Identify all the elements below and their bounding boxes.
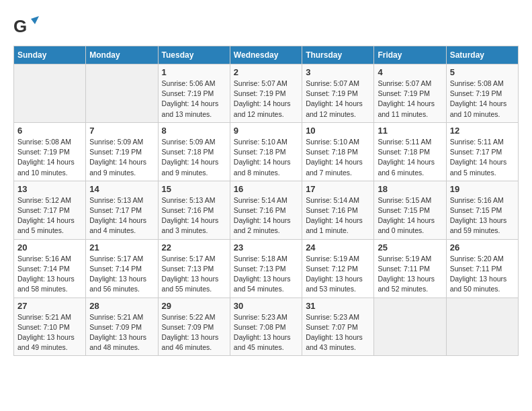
- day-cell: 20Sunrise: 5:16 AMSunset: 7:14 PMDayligh…: [14, 239, 86, 298]
- day-cell: [14, 64, 86, 123]
- day-info: Sunrise: 5:07 AMSunset: 7:19 PMDaylight:…: [306, 79, 370, 120]
- day-number: 9: [234, 126, 298, 136]
- day-info: Sunrise: 5:22 AMSunset: 7:09 PMDaylight:…: [162, 312, 226, 353]
- day-number: 17: [306, 184, 370, 194]
- day-number: 26: [450, 242, 515, 253]
- day-number: 19: [450, 184, 515, 194]
- day-number: 23: [234, 242, 298, 253]
- svg-text:G: G: [13, 16, 27, 36]
- day-info: Sunrise: 5:14 AMSunset: 7:16 PMDaylight:…: [234, 195, 298, 236]
- day-cell: [374, 298, 446, 356]
- day-info: Sunrise: 5:16 AMSunset: 7:15 PMDaylight:…: [450, 195, 515, 236]
- day-info: Sunrise: 5:06 AMSunset: 7:19 PMDaylight:…: [162, 79, 226, 120]
- calendar-header-row: SundayMondayTuesdayWednesdayThursdayFrid…: [14, 46, 519, 64]
- day-number: 2: [234, 67, 298, 77]
- day-number: 4: [378, 67, 442, 77]
- day-info: Sunrise: 5:07 AMSunset: 7:19 PMDaylight:…: [378, 79, 442, 120]
- day-number: 14: [89, 184, 154, 194]
- header-cell-wednesday: Wednesday: [230, 46, 302, 64]
- calendar-body: 1Sunrise: 5:06 AMSunset: 7:19 PMDaylight…: [14, 64, 519, 356]
- header-cell-thursday: Thursday: [302, 46, 374, 64]
- day-number: 27: [17, 301, 82, 311]
- calendar-table: SundayMondayTuesdayWednesdayThursdayFrid…: [13, 46, 519, 356]
- day-cell: 30Sunrise: 5:23 AMSunset: 7:08 PMDayligh…: [230, 298, 302, 356]
- day-cell: [86, 64, 158, 123]
- day-cell: 1Sunrise: 5:06 AMSunset: 7:19 PMDaylight…: [158, 64, 230, 123]
- week-row-4: 20Sunrise: 5:16 AMSunset: 7:14 PMDayligh…: [14, 239, 519, 298]
- svg-marker-1: [31, 16, 39, 24]
- day-info: Sunrise: 5:16 AMSunset: 7:14 PMDaylight:…: [17, 254, 82, 295]
- day-info: Sunrise: 5:13 AMSunset: 7:17 PMDaylight:…: [89, 195, 154, 236]
- day-number: 1: [162, 67, 226, 77]
- day-cell: 9Sunrise: 5:10 AMSunset: 7:18 PMDaylight…: [230, 122, 302, 181]
- day-cell: 14Sunrise: 5:13 AMSunset: 7:17 PMDayligh…: [86, 181, 158, 239]
- day-cell: 24Sunrise: 5:19 AMSunset: 7:12 PMDayligh…: [302, 239, 374, 298]
- header-cell-saturday: Saturday: [446, 46, 518, 64]
- day-cell: 4Sunrise: 5:07 AMSunset: 7:19 PMDaylight…: [374, 64, 446, 123]
- day-number: 24: [306, 242, 370, 253]
- day-info: Sunrise: 5:12 AMSunset: 7:17 PMDaylight:…: [17, 195, 82, 236]
- header-cell-friday: Friday: [374, 46, 446, 64]
- day-number: 13: [17, 184, 82, 194]
- day-info: Sunrise: 5:09 AMSunset: 7:18 PMDaylight:…: [162, 137, 226, 178]
- day-cell: 22Sunrise: 5:17 AMSunset: 7:13 PMDayligh…: [158, 239, 230, 298]
- week-row-5: 27Sunrise: 5:21 AMSunset: 7:10 PMDayligh…: [14, 298, 519, 356]
- day-info: Sunrise: 5:08 AMSunset: 7:19 PMDaylight:…: [17, 137, 82, 178]
- day-cell: 15Sunrise: 5:13 AMSunset: 7:16 PMDayligh…: [158, 181, 230, 239]
- day-number: 25: [378, 242, 442, 253]
- day-number: 8: [162, 126, 226, 136]
- day-info: Sunrise: 5:08 AMSunset: 7:19 PMDaylight:…: [450, 79, 515, 120]
- day-number: 12: [450, 126, 515, 136]
- day-info: Sunrise: 5:14 AMSunset: 7:16 PMDaylight:…: [306, 195, 370, 236]
- day-cell: 28Sunrise: 5:21 AMSunset: 7:09 PMDayligh…: [86, 298, 158, 356]
- day-cell: 26Sunrise: 5:20 AMSunset: 7:11 PMDayligh…: [446, 239, 518, 298]
- day-number: 28: [89, 301, 154, 311]
- day-cell: 10Sunrise: 5:10 AMSunset: 7:18 PMDayligh…: [302, 122, 374, 181]
- logo-icon: G: [13, 13, 39, 39]
- header-cell-tuesday: Tuesday: [158, 46, 230, 64]
- day-info: Sunrise: 5:18 AMSunset: 7:13 PMDaylight:…: [234, 254, 298, 295]
- day-info: Sunrise: 5:15 AMSunset: 7:15 PMDaylight:…: [378, 195, 442, 236]
- day-number: 3: [306, 67, 370, 77]
- day-cell: 13Sunrise: 5:12 AMSunset: 7:17 PMDayligh…: [14, 181, 86, 239]
- day-info: Sunrise: 5:19 AMSunset: 7:11 PMDaylight:…: [378, 254, 442, 295]
- day-info: Sunrise: 5:20 AMSunset: 7:11 PMDaylight:…: [450, 254, 515, 295]
- day-number: 18: [378, 184, 442, 194]
- week-row-3: 13Sunrise: 5:12 AMSunset: 7:17 PMDayligh…: [14, 181, 519, 239]
- day-number: 10: [306, 126, 370, 136]
- day-info: Sunrise: 5:09 AMSunset: 7:19 PMDaylight:…: [89, 137, 154, 178]
- day-number: 31: [306, 301, 370, 311]
- day-number: 16: [234, 184, 298, 194]
- day-number: 11: [378, 126, 442, 136]
- day-cell: 16Sunrise: 5:14 AMSunset: 7:16 PMDayligh…: [230, 181, 302, 239]
- day-number: 6: [17, 126, 82, 136]
- day-cell: 23Sunrise: 5:18 AMSunset: 7:13 PMDayligh…: [230, 239, 302, 298]
- day-info: Sunrise: 5:17 AMSunset: 7:13 PMDaylight:…: [162, 254, 226, 295]
- logo: G: [13, 13, 42, 39]
- day-cell: 29Sunrise: 5:22 AMSunset: 7:09 PMDayligh…: [158, 298, 230, 356]
- day-cell: 31Sunrise: 5:23 AMSunset: 7:07 PMDayligh…: [302, 298, 374, 356]
- day-info: Sunrise: 5:10 AMSunset: 7:18 PMDaylight:…: [234, 137, 298, 178]
- day-number: 15: [162, 184, 226, 194]
- day-info: Sunrise: 5:07 AMSunset: 7:19 PMDaylight:…: [234, 79, 298, 120]
- day-cell: 25Sunrise: 5:19 AMSunset: 7:11 PMDayligh…: [374, 239, 446, 298]
- header-cell-sunday: Sunday: [14, 46, 86, 64]
- day-info: Sunrise: 5:11 AMSunset: 7:18 PMDaylight:…: [378, 137, 442, 178]
- day-number: 5: [450, 67, 515, 77]
- day-number: 20: [17, 242, 82, 253]
- header-cell-monday: Monday: [86, 46, 158, 64]
- day-cell: 12Sunrise: 5:11 AMSunset: 7:17 PMDayligh…: [446, 122, 518, 181]
- calendar-header: SundayMondayTuesdayWednesdayThursdayFrid…: [14, 46, 519, 64]
- day-number: 30: [234, 301, 298, 311]
- day-number: 7: [89, 126, 154, 136]
- day-info: Sunrise: 5:17 AMSunset: 7:14 PMDaylight:…: [89, 254, 154, 295]
- day-cell: 6Sunrise: 5:08 AMSunset: 7:19 PMDaylight…: [14, 122, 86, 181]
- day-info: Sunrise: 5:11 AMSunset: 7:17 PMDaylight:…: [450, 137, 515, 178]
- day-info: Sunrise: 5:10 AMSunset: 7:18 PMDaylight:…: [306, 137, 370, 178]
- day-number: 21: [89, 242, 154, 253]
- day-cell: 11Sunrise: 5:11 AMSunset: 7:18 PMDayligh…: [374, 122, 446, 181]
- day-number: 29: [162, 301, 226, 311]
- week-row-1: 1Sunrise: 5:06 AMSunset: 7:19 PMDaylight…: [14, 64, 519, 123]
- day-info: Sunrise: 5:21 AMSunset: 7:09 PMDaylight:…: [89, 312, 154, 353]
- day-info: Sunrise: 5:19 AMSunset: 7:12 PMDaylight:…: [306, 254, 370, 295]
